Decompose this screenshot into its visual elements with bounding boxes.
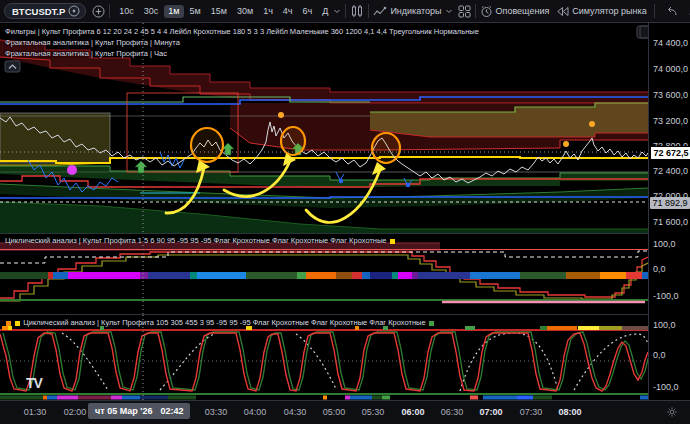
- tf-6h-button[interactable]: 6ч: [299, 5, 317, 18]
- timeframe-group: 10с 30с 1м 5м 15м 30м 1ч 4ч 6ч Д: [114, 0, 341, 22]
- tf-15m-button[interactable]: 15м: [207, 5, 231, 18]
- flag-chip-orange: [6, 321, 11, 326]
- toolbar-separator: [368, 4, 369, 18]
- time-tick: 03:30: [200, 407, 232, 417]
- price-tick: 73 600,0: [653, 90, 688, 100]
- tradingview-logo: TV: [26, 375, 42, 391]
- time-tick: 07:30: [515, 407, 547, 417]
- price-tick: 74 000,0: [653, 64, 688, 74]
- pane3-tick: 0,0: [653, 350, 666, 360]
- pane-divider[interactable]: [0, 233, 648, 234]
- alert-clock-icon[interactable]: [480, 5, 493, 18]
- grid-layout-icon[interactable]: [458, 5, 471, 18]
- pane3-dotted-cycles: [62, 333, 648, 391]
- crosshair-time-label: чт 05 Мар '26 02:42: [88, 403, 190, 419]
- price-tick: 72 400,0: [653, 166, 688, 176]
- pane2-tick: -100,0: [653, 291, 679, 301]
- legend-cycle-1[interactable]: Циклический анализ | Культ Профита 1 5 6…: [5, 236, 396, 246]
- legend-cycle-2-text: Циклический анализ | Культ Профита 105 3…: [23, 318, 425, 327]
- time-tick: 07:00: [475, 407, 507, 417]
- pane2-tick: 100,0: [653, 239, 676, 249]
- pane2-dashed-line: [0, 251, 648, 263]
- time-tick: 04:30: [279, 407, 311, 417]
- trading-terminal-window: BTCUSDT.P 10с 30с 1м 5м 15м 30м 1ч 4ч 6ч…: [0, 0, 690, 424]
- toolbar-separator: [345, 4, 346, 18]
- symbol-label: BTCUSDT.P: [12, 6, 65, 17]
- tf-4h-button[interactable]: 4ч: [279, 5, 297, 18]
- legend-fractal-minute[interactable]: Фрактальная аналитика | Культ Профита | …: [5, 38, 180, 48]
- tf-30m-button[interactable]: 30м: [233, 5, 257, 18]
- legend-cycle-2[interactable]: Циклический анализ | Культ Профита 105 3…: [5, 318, 435, 328]
- time-tick: 05:30: [357, 407, 389, 417]
- time-tick: 01:30: [19, 407, 51, 417]
- tf-10s-button[interactable]: 10с: [115, 5, 138, 18]
- flag-chip-yellow: [15, 321, 20, 326]
- green-band-upper: [0, 166, 648, 188]
- time-axis-settings-icon[interactable]: [666, 406, 678, 418]
- eye-icon[interactable]: [68, 5, 80, 17]
- time-tick: 08:00: [554, 407, 586, 417]
- crosshair-time: 02:42: [160, 406, 183, 416]
- annotation-arrows[interactable]: [166, 153, 386, 222]
- minute-range-box: [0, 113, 110, 163]
- time-tick: 04:00: [239, 407, 271, 417]
- alerts-button[interactable]: Оповещения: [496, 6, 550, 16]
- reset-chart-button[interactable]: [640, 26, 648, 38]
- pane3-red-cycle-line: [0, 333, 648, 391]
- indicators-button[interactable]: Индикаторы: [390, 6, 441, 16]
- replay-icon[interactable]: [556, 6, 569, 17]
- price-tick: 74 400,0: [653, 38, 688, 48]
- pane3-green-cycle-line: [3, 332, 648, 390]
- tf-5m-button[interactable]: 5м: [186, 5, 205, 18]
- symbol-button[interactable]: BTCUSDT.P: [4, 3, 86, 19]
- legend-fractal-hour[interactable]: Фрактальная аналитика | Культ Профита | …: [5, 49, 167, 59]
- chart-region: Фильтры | Культ Профита 6 12 20 24 2 45 …: [0, 23, 690, 424]
- indicators-icon[interactable]: [373, 5, 387, 18]
- pane3-tick: 100,0: [653, 320, 676, 330]
- pane3-tick: -100,0: [653, 382, 679, 392]
- pane2-tick: 0,0: [653, 264, 666, 274]
- price-axis[interactable]: 74 400,0 74 000,0 73 600,0 73 200,0 72 8…: [648, 23, 690, 400]
- market-simulator-button[interactable]: Симулятор рынка: [572, 6, 646, 16]
- time-axis[interactable]: 01:30 02:00 03:30 04:00 04:30 05:00 05:3…: [0, 400, 690, 424]
- time-tick: 02:00: [59, 407, 91, 417]
- legend-collapse-button[interactable]: [5, 61, 20, 72]
- time-tick: 05:00: [318, 407, 350, 417]
- pane3-bottom-strip: [0, 396, 648, 400]
- legend-filters[interactable]: Фильтры | Культ Профита 6 12 20 24 2 45 …: [5, 27, 479, 37]
- add-symbol-button[interactable]: [92, 5, 105, 18]
- time-tick: 06:30: [436, 407, 468, 417]
- price-tick: 73 200,0: [653, 116, 688, 126]
- time-tick: 06:00: [397, 407, 429, 417]
- top-toolbar: BTCUSDT.P 10с 30с 1м 5м 15м 30м 1ч 4ч 6ч…: [0, 0, 690, 23]
- pane2-signal-strip: [0, 272, 648, 279]
- legend-cycle-1-text: Циклический анализ | Культ Профита 1 5 6…: [5, 236, 387, 245]
- chart-style-icon[interactable]: [350, 4, 364, 18]
- pane-divider[interactable]: [0, 314, 648, 315]
- toolbar-separator: [475, 4, 476, 18]
- toolbar-separator: [109, 4, 110, 18]
- flag-chip-yellow: [390, 239, 395, 244]
- tf-1m-button[interactable]: 1м: [164, 5, 183, 18]
- flag-chip-green: [429, 321, 434, 326]
- crosshair-price-label: 72 672,5: [650, 146, 690, 160]
- last-price-label: 71 892,9: [650, 197, 690, 209]
- tf-1h-button[interactable]: 1ч: [259, 5, 277, 18]
- tf-30s-button[interactable]: 30с: [140, 5, 163, 18]
- price-tick: 71 600,0: [653, 217, 688, 227]
- toolbar-separator: [654, 4, 655, 18]
- timeframe-caret-icon[interactable]: [333, 7, 341, 15]
- indicators-caret-icon[interactable]: [445, 7, 453, 15]
- tf-1d-button[interactable]: Д: [318, 5, 332, 18]
- crosshair-date: чт 05 Мар '26: [95, 406, 152, 416]
- undo-icon[interactable]: [665, 6, 678, 17]
